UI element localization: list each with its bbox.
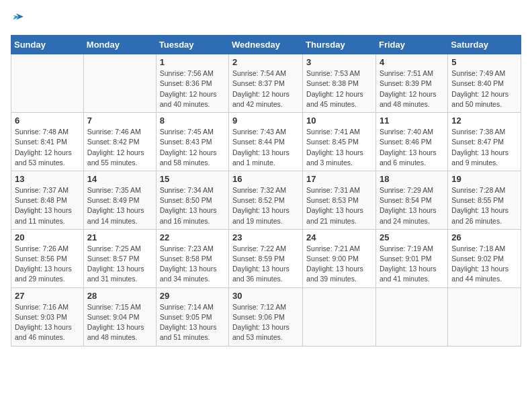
calendar-cell: 22Sunrise: 7:23 AM Sunset: 8:58 PM Dayli… — [156, 229, 228, 287]
calendar-cell: 25Sunrise: 7:19 AM Sunset: 9:01 PM Dayli… — [375, 229, 447, 287]
calendar-cell: 23Sunrise: 7:22 AM Sunset: 8:59 PM Dayli… — [229, 229, 303, 287]
day-info: Sunrise: 7:18 AM Sunset: 9:02 PM Dayligh… — [451, 244, 517, 285]
day-info: Sunrise: 7:12 AM Sunset: 9:06 PM Dayligh… — [232, 302, 299, 343]
calendar-cell: 30Sunrise: 7:12 AM Sunset: 9:06 PM Dayli… — [229, 287, 303, 346]
day-info: Sunrise: 7:23 AM Sunset: 8:58 PM Dayligh… — [160, 244, 225, 285]
day-info: Sunrise: 7:56 AM Sunset: 8:36 PM Dayligh… — [160, 68, 225, 109]
day-number: 9 — [232, 116, 299, 126]
day-number: 10 — [306, 116, 372, 126]
day-info: Sunrise: 7:34 AM Sunset: 8:50 PM Dayligh… — [160, 185, 225, 226]
day-number: 13 — [15, 174, 80, 184]
day-number: 6 — [15, 116, 80, 126]
day-number: 23 — [232, 232, 299, 242]
logo — [11, 11, 24, 27]
day-info: Sunrise: 7:28 AM Sunset: 8:55 PM Dayligh… — [451, 185, 517, 226]
day-header-saturday: Saturday — [448, 36, 521, 54]
day-number: 11 — [380, 116, 444, 126]
calendar-cell — [83, 54, 156, 113]
day-info: Sunrise: 7:26 AM Sunset: 8:56 PM Dayligh… — [15, 244, 80, 285]
day-header-friday: Friday — [375, 36, 447, 54]
day-info: Sunrise: 7:29 AM Sunset: 8:54 PM Dayligh… — [380, 185, 444, 226]
day-info: Sunrise: 7:32 AM Sunset: 8:52 PM Dayligh… — [232, 185, 299, 226]
day-info: Sunrise: 7:51 AM Sunset: 8:39 PM Dayligh… — [380, 68, 444, 109]
day-number: 7 — [87, 116, 152, 126]
calendar-week-row: 27Sunrise: 7:16 AM Sunset: 9:03 PM Dayli… — [11, 287, 521, 346]
calendar-cell: 16Sunrise: 7:32 AM Sunset: 8:52 PM Dayli… — [229, 171, 303, 229]
day-number: 25 — [380, 232, 444, 242]
day-header-sunday: Sunday — [11, 36, 84, 54]
calendar-cell: 3Sunrise: 7:53 AM Sunset: 8:38 PM Daylig… — [303, 54, 376, 113]
day-number: 8 — [160, 116, 225, 126]
logo-icon — [12, 11, 24, 24]
calendar-cell: 29Sunrise: 7:14 AM Sunset: 9:05 PM Dayli… — [156, 287, 228, 346]
day-info: Sunrise: 7:22 AM Sunset: 8:59 PM Dayligh… — [232, 244, 299, 285]
day-header-monday: Monday — [83, 36, 156, 54]
calendar-cell: 10Sunrise: 7:41 AM Sunset: 8:45 PM Dayli… — [303, 113, 376, 171]
calendar-cell: 18Sunrise: 7:29 AM Sunset: 8:54 PM Dayli… — [375, 171, 447, 229]
calendar-cell: 26Sunrise: 7:18 AM Sunset: 9:02 PM Dayli… — [448, 229, 521, 287]
day-number: 14 — [87, 174, 152, 184]
calendar-cell — [11, 54, 84, 113]
day-number: 19 — [451, 174, 517, 184]
calendar-cell: 7Sunrise: 7:46 AM Sunset: 8:42 PM Daylig… — [83, 113, 156, 171]
calendar-week-row: 13Sunrise: 7:37 AM Sunset: 8:48 PM Dayli… — [11, 171, 521, 229]
day-number: 28 — [87, 291, 152, 301]
day-number: 1 — [160, 57, 225, 67]
day-number: 20 — [15, 232, 80, 242]
day-info: Sunrise: 7:31 AM Sunset: 8:53 PM Dayligh… — [306, 185, 372, 226]
calendar-cell: 19Sunrise: 7:28 AM Sunset: 8:55 PM Dayli… — [448, 171, 521, 229]
page-header — [11, 11, 521, 27]
day-number: 3 — [306, 57, 372, 67]
day-info: Sunrise: 7:16 AM Sunset: 9:03 PM Dayligh… — [15, 302, 80, 343]
day-info: Sunrise: 7:19 AM Sunset: 9:01 PM Dayligh… — [380, 244, 444, 285]
day-info: Sunrise: 7:45 AM Sunset: 8:43 PM Dayligh… — [160, 127, 225, 168]
day-info: Sunrise: 7:54 AM Sunset: 8:37 PM Dayligh… — [232, 68, 299, 109]
day-number: 26 — [451, 232, 517, 242]
day-info: Sunrise: 7:38 AM Sunset: 8:47 PM Dayligh… — [451, 127, 517, 168]
day-info: Sunrise: 7:21 AM Sunset: 9:00 PM Dayligh… — [306, 244, 372, 285]
calendar-cell: 27Sunrise: 7:16 AM Sunset: 9:03 PM Dayli… — [11, 287, 84, 346]
calendar-table: SundayMondayTuesdayWednesdayThursdayFrid… — [11, 35, 521, 346]
day-info: Sunrise: 7:53 AM Sunset: 8:38 PM Dayligh… — [306, 68, 372, 109]
calendar-body: 1Sunrise: 7:56 AM Sunset: 8:36 PM Daylig… — [11, 54, 521, 346]
day-header-wednesday: Wednesday — [229, 36, 303, 54]
day-info: Sunrise: 7:48 AM Sunset: 8:41 PM Dayligh… — [15, 127, 80, 168]
calendar-cell — [303, 287, 376, 346]
day-number: 29 — [160, 291, 225, 301]
day-info: Sunrise: 7:43 AM Sunset: 8:44 PM Dayligh… — [232, 127, 299, 168]
calendar-cell: 11Sunrise: 7:40 AM Sunset: 8:46 PM Dayli… — [375, 113, 447, 171]
calendar-cell: 24Sunrise: 7:21 AM Sunset: 9:00 PM Dayli… — [303, 229, 376, 287]
calendar-cell: 8Sunrise: 7:45 AM Sunset: 8:43 PM Daylig… — [156, 113, 228, 171]
day-number: 5 — [451, 57, 517, 67]
calendar-cell — [375, 287, 447, 346]
day-info: Sunrise: 7:35 AM Sunset: 8:49 PM Dayligh… — [87, 185, 152, 226]
day-header-tuesday: Tuesday — [156, 36, 228, 54]
calendar-cell: 6Sunrise: 7:48 AM Sunset: 8:41 PM Daylig… — [11, 113, 84, 171]
day-number: 2 — [232, 57, 299, 67]
calendar-cell: 28Sunrise: 7:15 AM Sunset: 9:04 PM Dayli… — [83, 287, 156, 346]
day-number: 17 — [306, 174, 372, 184]
calendar-cell: 20Sunrise: 7:26 AM Sunset: 8:56 PM Dayli… — [11, 229, 84, 287]
calendar-week-row: 6Sunrise: 7:48 AM Sunset: 8:41 PM Daylig… — [11, 113, 521, 171]
day-header-thursday: Thursday — [303, 36, 376, 54]
day-number: 27 — [15, 291, 80, 301]
day-number: 15 — [160, 174, 225, 184]
day-number: 21 — [87, 232, 152, 242]
day-number: 18 — [380, 174, 444, 184]
calendar-cell: 1Sunrise: 7:56 AM Sunset: 8:36 PM Daylig… — [156, 54, 228, 113]
calendar-cell: 17Sunrise: 7:31 AM Sunset: 8:53 PM Dayli… — [303, 171, 376, 229]
day-info: Sunrise: 7:46 AM Sunset: 8:42 PM Dayligh… — [87, 127, 152, 168]
day-info: Sunrise: 7:40 AM Sunset: 8:46 PM Dayligh… — [380, 127, 444, 168]
calendar-cell: 15Sunrise: 7:34 AM Sunset: 8:50 PM Dayli… — [156, 171, 228, 229]
calendar-cell — [448, 287, 521, 346]
day-number: 12 — [451, 116, 517, 126]
calendar-cell: 21Sunrise: 7:25 AM Sunset: 8:57 PM Dayli… — [83, 229, 156, 287]
day-info: Sunrise: 7:41 AM Sunset: 8:45 PM Dayligh… — [306, 127, 372, 168]
day-info: Sunrise: 7:25 AM Sunset: 8:57 PM Dayligh… — [87, 244, 152, 285]
day-number: 4 — [380, 57, 444, 67]
calendar-cell: 14Sunrise: 7:35 AM Sunset: 8:49 PM Dayli… — [83, 171, 156, 229]
day-number: 30 — [232, 291, 299, 301]
calendar-cell: 5Sunrise: 7:49 AM Sunset: 8:40 PM Daylig… — [448, 54, 521, 113]
day-info: Sunrise: 7:37 AM Sunset: 8:48 PM Dayligh… — [15, 185, 80, 226]
calendar-cell: 12Sunrise: 7:38 AM Sunset: 8:47 PM Dayli… — [448, 113, 521, 171]
